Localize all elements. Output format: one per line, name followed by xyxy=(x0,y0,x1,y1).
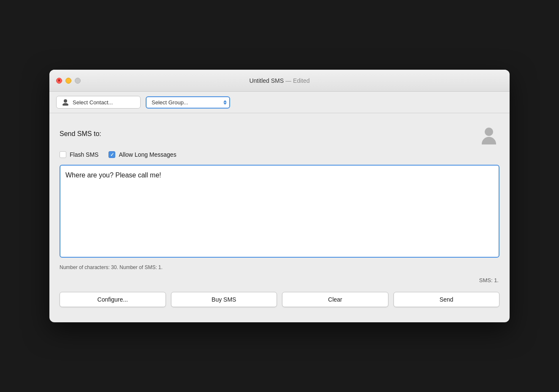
clear-button[interactable]: Clear xyxy=(282,292,388,307)
avatar-head xyxy=(485,128,493,136)
message-textarea[interactable]: Where are you? Please call me! xyxy=(60,165,499,258)
svg-point-0 xyxy=(64,99,67,103)
main-content: Send SMS to: Flash SMS Allow Long Messag… xyxy=(49,113,510,322)
buy-sms-button[interactable]: Buy SMS xyxy=(171,292,277,307)
group-select[interactable]: Select Group... Group 1 Group 2 xyxy=(146,96,230,109)
send-button[interactable]: Send xyxy=(393,292,500,307)
contact-button-label: Select Contact... xyxy=(73,99,113,106)
svg-point-1 xyxy=(62,103,68,106)
minimize-button[interactable] xyxy=(65,78,71,84)
traffic-lights xyxy=(56,78,81,84)
action-buttons-row: Configure... Buy SMS Clear Send xyxy=(60,290,499,314)
options-row: Flash SMS Allow Long Messages xyxy=(60,151,499,158)
window-edited-text: — Edited xyxy=(285,77,310,84)
person-icon xyxy=(62,98,69,106)
titlebar: Untitled SMS — Edited xyxy=(49,70,510,92)
configure-button[interactable]: Configure... xyxy=(60,292,166,307)
sms-count-row: SMS: 1. xyxy=(60,277,499,283)
recipient-row: Send SMS to: xyxy=(60,123,499,144)
allow-long-messages-text: Allow Long Messages xyxy=(119,151,176,158)
flash-sms-checkbox[interactable] xyxy=(60,151,66,158)
group-select-wrapper: Select Group... Group 1 Group 2 xyxy=(146,96,230,109)
window-title: Untitled SMS — Edited xyxy=(249,77,309,84)
flash-sms-label[interactable]: Flash SMS xyxy=(60,151,98,158)
allow-long-messages-checkbox[interactable] xyxy=(109,151,115,158)
close-button[interactable] xyxy=(56,78,62,84)
char-count: Number of characters: 30. Number of SMS:… xyxy=(60,264,499,270)
maximize-button[interactable] xyxy=(75,78,81,84)
select-contact-button[interactable]: Select Contact... xyxy=(56,96,141,109)
sms-count-text: SMS: 1. xyxy=(479,277,499,283)
avatar-body xyxy=(482,137,496,144)
avatar xyxy=(478,123,499,144)
flash-sms-text: Flash SMS xyxy=(70,151,98,158)
toolbar: Select Contact... Select Group... Group … xyxy=(49,92,510,113)
app-window: Untitled SMS — Edited Select Contact... … xyxy=(49,70,510,322)
allow-long-messages-label[interactable]: Allow Long Messages xyxy=(109,151,176,158)
send-to-label: Send SMS to: xyxy=(60,130,101,138)
window-title-text: Untitled SMS xyxy=(249,77,284,84)
